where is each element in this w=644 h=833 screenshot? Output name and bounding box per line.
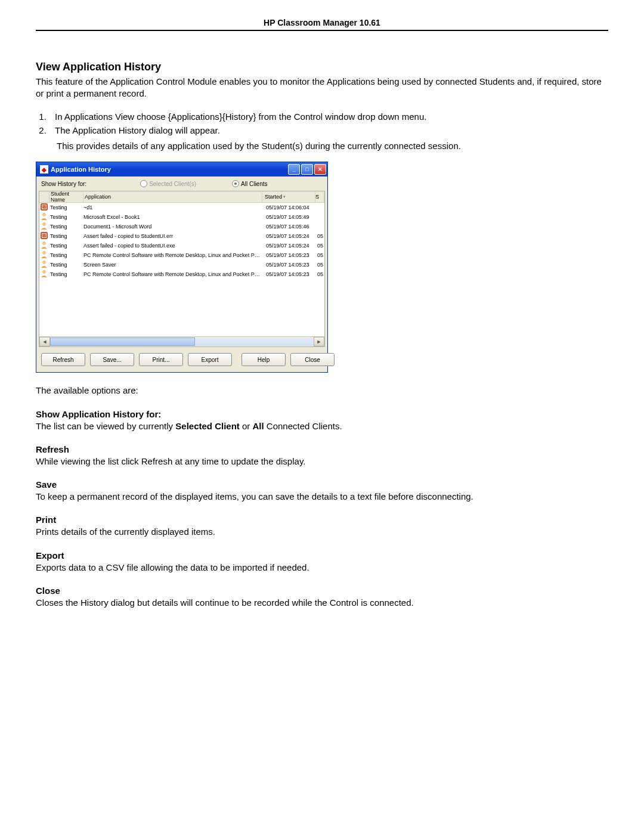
cell-student-name: Testing [49,205,82,210]
export-button[interactable]: Export [188,353,232,366]
cell-student-name: Testing [49,252,82,258]
scroll-right-icon[interactable]: ► [314,337,324,346]
opt-showfor-body: The list can be viewed by currently Sele… [36,420,608,432]
step-sub: This provides details of any application… [57,140,608,152]
cell-student-name: Testing [49,262,82,268]
dialog-toolbar: Show History for: Selected Client(s) All… [36,176,327,191]
table-row[interactable]: TestingPC Remote Control Software with R… [39,270,324,279]
row-status-icon [40,241,48,249]
row-status-icon [40,212,48,221]
col-started[interactable]: Started▾ [262,191,315,202]
cell-student-name: Testing [49,271,82,277]
radio-icon [232,180,239,187]
opt-export-title: Export [36,550,608,561]
cell-application: PC Remote Control Software with Remote D… [82,252,264,258]
help-button[interactable]: Help [242,353,286,366]
minimize-button[interactable]: _ [288,164,300,175]
cell-started: 05/19/07 14:05:49 [264,214,316,220]
table-row[interactable]: TestingAssert failed - copied to Student… [39,231,324,241]
cell-s: 05 [316,233,324,239]
opt-refresh-body: While viewing the list click Refresh at … [36,456,608,467]
cell-application: Screen Saver [82,262,264,268]
opt-export-body: Exports data to a CSV file allowing the … [36,562,608,574]
opt-print-body: Prints details of the currently displaye… [36,526,608,538]
print-button[interactable]: Print... [139,353,183,366]
col-student-name[interactable]: Student Name [49,191,83,202]
cell-student-name: Testing [49,243,82,249]
radio-selected-clients[interactable]: Selected Client(s) [140,180,196,187]
maximize-button[interactable]: □ [301,164,313,175]
opt-showfor-title: Show Application History for: [36,409,608,419]
cell-application: Microsoft Excel - Book1 [82,214,264,220]
cell-application: ~d1 [82,205,264,210]
list-header[interactable]: Student Name Application Started▾ S [39,191,324,203]
svg-point-3 [42,213,46,216]
step-1: In Applications View choose {Application… [49,111,608,123]
cell-application: Assert failed - copied to StudentUI.exe [82,243,264,249]
table-row[interactable]: TestingAssert failed - copied to Student… [39,241,324,250]
radio-all-label: All Clients [241,181,267,187]
refresh-button[interactable]: Refresh [41,353,85,366]
dialog-title: Application History [51,166,111,173]
section-title: View Application History [36,61,608,73]
table-row[interactable]: TestingDocument1 - Microsoft Word05/19/0… [39,222,324,231]
radio-icon [140,180,147,187]
dialog-titlebar[interactable]: ◆ Application History _ □ ✕ [36,162,327,176]
show-history-for-label: Show History for: [41,181,86,187]
cell-s: 05 [316,262,324,268]
opt-print-title: Print [36,515,608,525]
app-icon: ◆ [40,165,48,174]
cell-student-name: Testing [49,233,82,239]
cell-application: Assert failed - copied to StudentUI.err [82,233,264,239]
svg-rect-7 [42,234,46,237]
opt-close-body: Closes the History dialog but details wi… [36,597,608,609]
cell-student-name: Testing [49,214,82,220]
steps-list: In Applications View choose {Application… [36,111,608,137]
radio-all-clients[interactable]: All Clients [232,180,267,187]
col-s[interactable]: S [315,191,324,202]
application-history-dialog: ◆ Application History _ □ ✕ Show History… [36,162,328,373]
row-status-icon [40,203,48,211]
table-row[interactable]: Testing~d105/19/07 14:06:04 [39,203,324,212]
scroll-thumb[interactable] [50,337,195,346]
cell-started: 05/19/07 14:05:24 [264,233,316,239]
step-2: The Application History dialog will appe… [49,125,608,137]
cell-student-name: Testing [49,224,82,230]
close-button[interactable]: Close [290,353,335,366]
svg-rect-2 [42,205,46,209]
col-application[interactable]: Application [83,191,262,202]
history-list[interactable]: Student Name Application Started▾ S Test… [39,191,325,347]
horizontal-scrollbar[interactable]: ◄ ► [39,336,324,346]
dialog-button-bar: Refresh Save... Print... Export Help Clo… [36,347,327,372]
cell-started: 05/19/07 14:05:46 [264,224,316,230]
svg-point-8 [42,241,46,245]
table-row[interactable]: TestingScreen Saver05/19/07 14:05:2305 [39,260,324,270]
opt-close-title: Close [36,586,608,596]
header-rule [36,30,608,31]
cell-application: Document1 - Microsoft Word [82,224,264,230]
opt-save-title: Save [36,479,608,490]
cell-started: 05/19/07 14:05:23 [264,262,316,268]
row-status-icon [40,231,48,240]
row-status-icon [40,222,48,230]
row-status-icon [40,270,48,278]
cell-started: 05/19/07 14:05:24 [264,243,316,249]
table-row[interactable]: TestingMicrosoft Excel - Book105/19/07 1… [39,212,324,222]
opt-refresh-title: Refresh [36,444,608,454]
cell-started: 05/19/07 14:05:23 [264,271,316,277]
close-window-button[interactable]: ✕ [314,164,326,175]
svg-point-4 [42,222,46,226]
scroll-left-icon[interactable]: ◄ [39,337,50,346]
cell-application: PC Remote Control Software with Remote D… [82,271,264,277]
table-row[interactable]: TestingPC Remote Control Software with R… [39,250,324,260]
opt-save-body: To keep a permanent record of the displa… [36,491,608,503]
section-intro: This feature of the Application Control … [36,76,608,100]
sort-desc-icon: ▾ [283,194,286,199]
save-button[interactable]: Save... [90,353,134,366]
svg-point-9 [42,251,46,255]
row-status-icon [40,260,48,268]
options-intro: The available options are: [36,385,608,397]
cell-s: 05 [316,243,324,249]
cell-started: 05/19/07 14:06:04 [264,205,316,210]
radio-selected-label: Selected Client(s) [149,181,196,187]
